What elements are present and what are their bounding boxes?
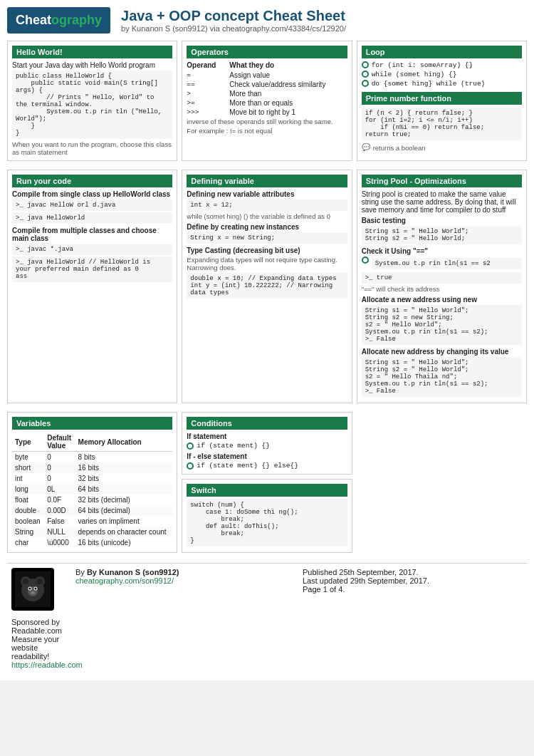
basic-testing-label: Basic testing bbox=[362, 217, 522, 224]
prime-note: returns a boolean bbox=[373, 144, 426, 152]
table-row: StringNULLdepends on character count bbox=[12, 527, 172, 537]
svg-point-5 bbox=[37, 579, 43, 584]
footer-updated: Last updated 29th September, 2017. bbox=[303, 576, 523, 585]
header: Cheatography Java + OOP concept Cheat Sh… bbox=[7, 7, 527, 33]
var-col-type: Type bbox=[12, 433, 44, 452]
logo: Cheatography bbox=[7, 7, 110, 33]
loop-code-2: while (somet hing) {} bbox=[372, 71, 457, 78]
string-pool-header: String Pool - Optimizations bbox=[362, 175, 522, 187]
compile-multi-label: Compile from multiple classes and choose… bbox=[12, 227, 157, 242]
loop-card: Loop for (int i: someArray) {} while (so… bbox=[357, 41, 527, 161]
empty-col3 bbox=[357, 412, 527, 557]
cmd2: >_ java HelloWorld bbox=[12, 212, 172, 224]
footer-author: By By Kunanon S (son9912) bbox=[75, 568, 295, 576]
table-row: short016 bits bbox=[12, 462, 172, 473]
op-sym-4: >= bbox=[187, 99, 229, 107]
page: Cheatography Java + OOP concept Cheat Sh… bbox=[0, 0, 534, 680]
check-header: Check it Using "==" bbox=[362, 247, 522, 255]
op-desc-1: Assign value bbox=[229, 71, 347, 79]
loop-bullet-1 bbox=[362, 61, 369, 68]
hello-world-intro: Start your Java day with Hello World pro… bbox=[12, 61, 172, 69]
table-row: booleanFalsevaries on impliment bbox=[12, 516, 172, 527]
loop-code-1: for (int i: someArray) {} bbox=[372, 61, 473, 69]
check-result: >_ true bbox=[362, 272, 522, 284]
main-grid: Hello World! Start your Java day with He… bbox=[7, 41, 527, 557]
hello-world-note: When you want to run the program, choose… bbox=[12, 140, 172, 156]
allocate-change-label: Allocate new address by changing its val… bbox=[362, 348, 522, 356]
op-row-3: > More than bbox=[187, 90, 347, 98]
author-avatar bbox=[11, 568, 54, 611]
defvar-note1: while (somet hing) () the variable is de… bbox=[187, 212, 347, 220]
table-row: long0L64 bits bbox=[12, 484, 172, 494]
operators-col-headers: Operand What they do bbox=[187, 61, 347, 69]
cmd1: >_ javac HelloW orl d.java bbox=[12, 200, 172, 211]
if-else-label: If - else statement bbox=[187, 452, 347, 460]
svg-point-12 bbox=[32, 592, 34, 594]
op-sym-1: = bbox=[187, 71, 229, 79]
variables-card: Variables Type DefaultValue Memory Alloc… bbox=[7, 412, 177, 553]
defvar-sub2: Define by creating new instances bbox=[187, 223, 347, 231]
loop-bullet-3 bbox=[362, 80, 369, 87]
defvar-sub3: Type Casting (decreasing bit use) bbox=[187, 247, 347, 254]
prime-header: Prime number function bbox=[362, 92, 522, 105]
conditions-card: Conditions If statement if (state ment) … bbox=[182, 412, 352, 475]
op-desc-5: Move bit to right by 1 bbox=[229, 108, 347, 116]
page-title: Java + OOP concept Cheat Sheet bbox=[121, 8, 346, 24]
string-pool-card: String Pool - Optimizations String pool … bbox=[357, 170, 527, 403]
op-row-5: >>> Move bit to right by 1 bbox=[187, 108, 347, 116]
run-code-header: Run your code bbox=[12, 175, 172, 187]
switch-code: switch (num) { case 1: doSome thi ng(); … bbox=[187, 499, 347, 547]
header-text: Java + OOP concept Cheat Sheet by Kunano… bbox=[121, 8, 346, 33]
footer-author-col: By By Kunanon S (son9912) cheatography.c… bbox=[75, 568, 295, 585]
footer-sponsored: Sponsored by Readable.com bbox=[11, 618, 68, 635]
if-else-bullet bbox=[187, 462, 194, 470]
prime-code: if (n < 2) { return false; } for (int i=… bbox=[362, 108, 522, 140]
table-row: float0.0F32 bits (decimal) bbox=[12, 494, 172, 505]
if-code: if (state ment) {} bbox=[197, 442, 270, 450]
svg-point-4 bbox=[23, 579, 28, 584]
sp-code3: String s1 = " Hello World"; String s2 = … bbox=[362, 357, 522, 397]
op-desc-2: Check value/address similarity bbox=[229, 81, 347, 88]
defvar-code1: int x = 12; bbox=[187, 200, 347, 211]
if-label: If statement bbox=[187, 433, 347, 440]
op-example: For example : != is not equal bbox=[187, 127, 347, 135]
footer-sponsored-col: Sponsored by Readable.com Measure your w… bbox=[11, 618, 68, 669]
if-else-code: if (state ment) {} else{} bbox=[197, 462, 298, 470]
table-row: byte08 bits bbox=[12, 452, 172, 463]
footer-link[interactable]: cheatography.com/son9912/ bbox=[75, 576, 174, 585]
defvar-note3: Expanding data types will not require ty… bbox=[187, 256, 347, 271]
hello-world-card: Hello World! Start your Java day with He… bbox=[7, 41, 177, 161]
cmd4: >_ java HelloWorld // HelloWorld is your… bbox=[12, 257, 172, 282]
address-note: "==" will check its address bbox=[362, 285, 522, 293]
loop-header: Loop bbox=[362, 46, 522, 58]
op-desc-3: More than bbox=[229, 90, 347, 98]
svg-point-10 bbox=[35, 588, 37, 590]
run-code-card: Run your code Compile from single class … bbox=[7, 170, 177, 403]
conditions-switch-col: Conditions If statement if (state ment) … bbox=[182, 412, 352, 557]
footer-sponsored-link[interactable]: https://readable.com bbox=[11, 661, 83, 669]
check-code: System.ou t.p rin tln(s1 == s2 bbox=[372, 258, 522, 269]
op-row-2: == Check value/address similarity bbox=[187, 81, 347, 88]
string-pool-intro: String pool is created to make the same … bbox=[362, 190, 522, 214]
op-desc-4: More than or equals bbox=[229, 99, 347, 107]
op-row-4: >= More than or equals bbox=[187, 99, 347, 107]
bubble-icon: 💬 bbox=[362, 143, 370, 151]
loop-item-1: for (int i: someArray) {} bbox=[362, 61, 522, 69]
avatar-image bbox=[15, 571, 51, 607]
defvar-code2: String x = new String; bbox=[187, 232, 347, 244]
operators-card: Operators Operand What they do = Assign … bbox=[182, 41, 352, 161]
footer-page: Page 1 of 4. bbox=[303, 585, 523, 594]
defvar-code3: double x = 10; // Expanding data types i… bbox=[187, 273, 347, 299]
loop-item-2: while (somet hing) {} bbox=[362, 71, 522, 78]
cmd3: >_ javac *.java bbox=[12, 244, 172, 255]
check-bullet bbox=[362, 257, 369, 264]
sp-code1: String s1 = " Hello World"; String s2 = … bbox=[362, 226, 522, 244]
defining-var-card: Defining variable Defining new variable … bbox=[182, 170, 352, 403]
operators-header: Operators bbox=[187, 46, 347, 58]
var-col-default: DefaultValue bbox=[44, 433, 75, 452]
footer: By By Kunanon S (son9912) cheatography.c… bbox=[7, 563, 527, 673]
hello-world-code: public class HelloWorld { public static … bbox=[12, 71, 172, 139]
op-row-1: = Assign value bbox=[187, 71, 347, 79]
switch-header: Switch bbox=[187, 484, 347, 497]
footer-sponsored-note: Measure your website readability! bbox=[11, 635, 68, 661]
